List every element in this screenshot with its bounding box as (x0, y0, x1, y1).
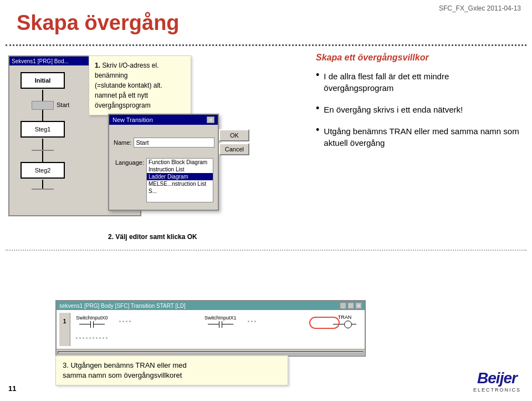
scrollbar-track[interactable] (58, 351, 364, 354)
ld-dot (79, 337, 81, 339)
ld-dot (76, 337, 78, 339)
logo-bej-text: Beijer (477, 369, 517, 387)
ld-row-1: 1 SwitchInputX0 (59, 313, 362, 329)
step1-text1: Skriv I/O-adress el. benämning (95, 62, 158, 79)
dialog-language-list[interactable]: Function Block Diagram Instruction List … (146, 158, 213, 202)
ld-dot (119, 321, 121, 322)
dialog-ok-button[interactable]: OK (219, 129, 249, 141)
step2-num: 2. (108, 233, 114, 241)
ld-row2-num (59, 329, 70, 346)
sfc-connector-4 (42, 151, 43, 162)
dialog-cancel-button[interactable]: Cancel (219, 143, 249, 155)
ld-dot (86, 337, 88, 339)
bottom-titlebar: sekvens1 [PRG] Body [SFC] Transition STA… (57, 301, 365, 310)
ld-contact1-symbol (79, 321, 105, 328)
ld-line-h2 (94, 324, 105, 324)
dialog-titlebar-buttons: ✕ (207, 116, 214, 123)
dialog-close-btn[interactable]: ✕ (207, 116, 214, 123)
tran-highlight-circle (309, 317, 340, 329)
sfc-connector-5 (42, 180, 43, 189)
ld-dot (254, 321, 256, 322)
logo-electronics-text: ELECTRONICS (473, 387, 521, 393)
ld-contact-1: SwitchInputX0 (76, 315, 108, 328)
ld-dot (99, 337, 101, 339)
dialog-lang-il[interactable]: Instruction List (147, 166, 213, 173)
instructions-box: 1. Skriv I/O-adress el. benämning (=slut… (89, 55, 191, 115)
sfc-start-label: Start (57, 101, 69, 108)
bottom-maximize-btn[interactable]: □ (347, 302, 354, 309)
dialog-language-row: Language: Function Block Diagram Instruc… (114, 158, 213, 202)
ld-line-h4 (222, 324, 233, 324)
ld-row2-content (70, 337, 362, 339)
ld-contact-2: SwitchInputX1 (204, 315, 237, 328)
ld-line-h3 (208, 324, 219, 324)
ld-coil-circle (344, 321, 352, 328)
dialog-lang-fbd[interactable]: Function Block Diagram (147, 159, 213, 166)
ld-dot (126, 321, 127, 322)
step2-label: 2. Välj editor samt klicka OK (108, 233, 197, 241)
right-panel: Skapa ett övergångsvillkor • I de allra … (316, 53, 521, 159)
step1-text3: namnet på ett nytt övergångsprogram (95, 92, 151, 109)
ld-contact2-label: SwitchInputX1 (204, 315, 237, 321)
bottom-minimize-btn[interactable]: _ (340, 302, 346, 309)
sfc-steg2-box: Steg2 (21, 162, 65, 179)
step1-num: 1. (95, 62, 100, 69)
step2-text: Välj editor samt klicka OK (115, 233, 197, 241)
ld-dot (93, 337, 94, 339)
bottom-body: 1 SwitchInputX0 (57, 310, 365, 349)
sfc-transition-start (32, 101, 54, 110)
ld-coil-label: TRAN (338, 314, 352, 320)
ld-dot (122, 321, 124, 322)
ld-content: SwitchInputX0 (70, 314, 362, 328)
step3-text1: Utgången benämns TRAN eller med (70, 361, 186, 369)
ld-contact1-label: SwitchInputX0 (76, 315, 108, 321)
sfc-title-text: Sekvens1 [PRG] Bod... (12, 58, 69, 64)
bullet-dot-1: • (316, 69, 319, 81)
new-transition-dialog: New Transition ✕ Name: OK Cancel Languag… (108, 114, 219, 211)
dialog-name-label: Name: (114, 139, 131, 146)
bullet-text-1: I de allra flest fall är det ett mindre … (324, 70, 521, 94)
ld-dot (106, 337, 108, 339)
ld-row-num: 1 (59, 313, 70, 329)
dialog-name-row: Name: OK Cancel (114, 129, 213, 155)
step3-num: 3. (63, 361, 69, 369)
bullet-text-2: En övergång skrivs i ett enda nätverk! (324, 104, 463, 115)
bottom-close-btn[interactable]: ✕ (355, 302, 362, 309)
step1-text2: (=slutande kontakt) alt. (95, 82, 162, 89)
dialog-titlebar: New Transition ✕ (109, 115, 218, 125)
bullet-dot-2: • (316, 103, 319, 114)
step3-text2: samma namn som övergångsvillkoret (63, 371, 182, 379)
bullet-item-1: • I de allra flest fall är det ett mindr… (316, 70, 521, 94)
sfc-initial-box: Initial (21, 72, 65, 89)
ld-contact2-symbol (208, 321, 233, 328)
step3-box: 3. Utgången benämns TRAN eller med samma… (55, 356, 288, 385)
second-separator-line (6, 250, 526, 251)
separator-line (6, 44, 526, 46)
ld-dot (103, 337, 104, 339)
dialog-ok-cancel: OK Cancel (219, 129, 249, 155)
page-number: 11 (8, 384, 16, 393)
dialog-lang-melse[interactable]: MELSE...nstruction List (147, 180, 213, 187)
dialog-lang-ld[interactable]: Ladder Diagram (147, 173, 213, 180)
ld-bar2-left (219, 321, 219, 328)
ld-line-h1 (79, 324, 90, 324)
ld-dots-1 (119, 321, 193, 322)
ld-dot (89, 337, 91, 339)
dialog-name-input[interactable] (134, 138, 214, 148)
dialog-body: Name: OK Cancel Language: Function Block… (109, 125, 218, 210)
page-title: Skapa övergång (17, 11, 180, 35)
header-title: SFC_FX_Gxlec 2011-04-13 (439, 4, 521, 12)
sfc-connector-2 (42, 110, 43, 121)
ld-dot (96, 337, 98, 339)
ld-dot (248, 321, 249, 322)
bullet-item-2: • En övergång skrivs i ett enda nätverk! (316, 104, 521, 115)
ld-dot (251, 321, 253, 322)
dialog-title-text: New Transition (112, 116, 153, 123)
bottom-scrollbar[interactable] (57, 349, 365, 356)
beijer-logo: Beijer ELECTRONICS (473, 369, 521, 393)
ld-row-2 (59, 329, 362, 346)
ld-coil-line-right (352, 324, 356, 324)
dialog-language-label: Language: (114, 159, 144, 166)
dialog-lang-s[interactable]: S... (147, 187, 213, 195)
sfc-connector-1 (42, 90, 43, 101)
